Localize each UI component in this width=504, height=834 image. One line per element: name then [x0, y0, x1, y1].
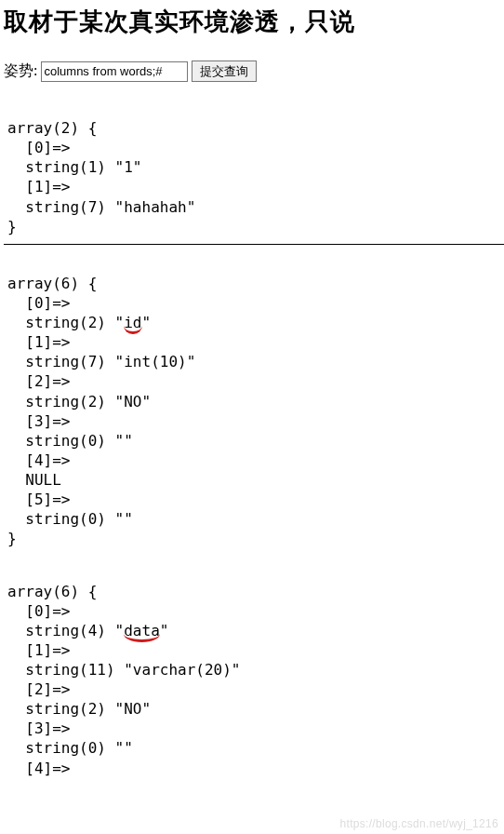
dump-line: string(0) "" [7, 510, 133, 528]
divider [4, 244, 504, 245]
dump-line: string(0) "" [7, 739, 133, 757]
dump-line: string(1) "1" [7, 158, 142, 176]
submit-button[interactable]: 提交查询 [192, 61, 257, 82]
dump-line: [5]=> [7, 491, 70, 508]
var-dump-1: array(2) { [0]=> string(1) "1" [1]=> str… [7, 99, 504, 236]
dump-line: [0]=> [7, 602, 70, 620]
form-label: 姿势: [4, 61, 37, 81]
dump-line: string(7) "hahahah" [7, 198, 195, 216]
dump-line: string(2) "id" [7, 314, 151, 331]
dump-header: array(6) { [7, 275, 97, 292]
dump-line: NULL [7, 471, 61, 489]
dump-line: [3]=> [7, 720, 70, 737]
watermark: https://blog.csdn.net/wyj_1216 [340, 817, 498, 830]
query-form: 姿势: 提交查询 [4, 61, 504, 82]
dump-line: string(7) "int(10)" [7, 353, 195, 370]
page-title: 取材于某次真实环境渗透，只说 [4, 6, 504, 38]
dump-line: [3]=> [7, 412, 70, 430]
dump-line: [0]=> [7, 294, 70, 312]
var-dump-3: array(6) { [0]=> string(4) "data" [1]=> … [7, 561, 504, 777]
dump-line: [0]=> [7, 139, 70, 156]
dump-line: [2]=> [7, 372, 70, 390]
dump-line: [4]=> [7, 760, 70, 777]
dump-footer: } [7, 218, 17, 235]
dump-line: string(0) "" [7, 432, 133, 450]
dump-header: array(2) { [7, 119, 97, 137]
dump-line: [1]=> [7, 333, 70, 351]
highlighted-data: data [124, 622, 160, 639]
dump-line: [4]=> [7, 451, 70, 469]
dump-header: array(6) { [7, 583, 97, 600]
dump-line: string(2) "NO" [7, 393, 151, 410]
dump-line: string(2) "NO" [7, 700, 151, 718]
dump-footer: } [7, 530, 17, 547]
dump-line: [1]=> [7, 178, 70, 195]
var-dump-2: array(6) { [0]=> string(2) "id" [1]=> st… [7, 254, 504, 549]
dump-line: string(4) "data" [7, 622, 168, 639]
dump-line: string(11) "varchar(20)" [7, 661, 240, 679]
highlighted-id: id [124, 314, 141, 331]
dump-line: [2]=> [7, 680, 70, 698]
query-input[interactable] [41, 61, 188, 82]
dump-line: [1]=> [7, 641, 70, 659]
